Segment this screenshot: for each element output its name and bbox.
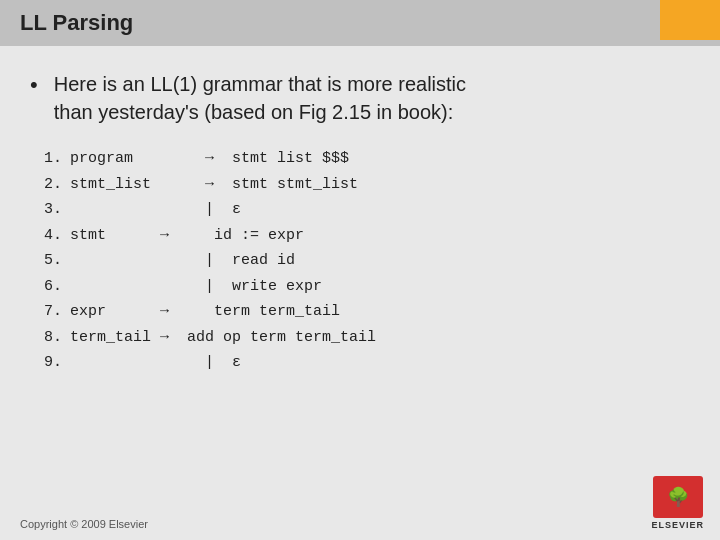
line-num-6: 6.: [40, 274, 62, 300]
line-content-7: expr → term term_tail: [70, 299, 340, 325]
line-content-2: stmt_list → stmt stmt_list: [70, 172, 358, 198]
line-num-3: 3.: [40, 197, 62, 223]
elsevier-box: 🌳: [653, 476, 703, 518]
grammar-row-6: 6. | write expr: [40, 274, 690, 300]
grammar-row-9: 9. | ε: [40, 350, 690, 376]
bullet-section: • Here is an LL(1) grammar that is more …: [30, 70, 690, 126]
line-content-8: term_tail → add op term term_tail: [70, 325, 376, 351]
grammar-row-5: 5. | read id: [40, 248, 690, 274]
line-num-7: 7.: [40, 299, 62, 325]
bullet-line1: Here is an LL(1) grammar that is more re…: [54, 73, 466, 95]
elsevier-label: ELSEVIER: [651, 520, 704, 530]
footer: Copyright © 2009 Elsevier: [20, 518, 148, 530]
bullet-text: Here is an LL(1) grammar that is more re…: [54, 70, 466, 126]
line-content-9: | ε: [70, 350, 241, 376]
line-content-5: | read id: [70, 248, 295, 274]
line-content-6: | write expr: [70, 274, 322, 300]
line-num-5: 5.: [40, 248, 62, 274]
line-content-1: program → stmt list $$$: [70, 146, 349, 172]
page-title: LL Parsing: [20, 10, 133, 36]
elsevier-tree-icon: 🌳: [667, 488, 689, 506]
line-num-2: 2.: [40, 172, 62, 198]
line-num-4: 4.: [40, 223, 62, 249]
line-num-1: 1.: [40, 146, 62, 172]
grammar-row-3: 3. | ε: [40, 197, 690, 223]
main-content: • Here is an LL(1) grammar that is more …: [0, 46, 720, 386]
grammar-row-8: 8. term_tail → add op term term_tail: [40, 325, 690, 351]
line-num-9: 9.: [40, 350, 62, 376]
grammar-section: 1. program → stmt list $$$ 2. stmt_list …: [40, 146, 690, 376]
grammar-row-2: 2. stmt_list → stmt stmt_list: [40, 172, 690, 198]
bullet-line2: than yesterday's (based on Fig 2.15 in b…: [54, 101, 454, 123]
line-num-8: 8.: [40, 325, 62, 351]
grammar-row-7: 7. expr → term term_tail: [40, 299, 690, 325]
line-content-3: | ε: [70, 197, 241, 223]
line-content-4: stmt → id := expr: [70, 223, 304, 249]
grammar-row-4: 4. stmt → id := expr: [40, 223, 690, 249]
elsevier-logo: 🌳 ELSEVIER: [651, 476, 704, 530]
title-bar: LL Parsing: [0, 0, 720, 46]
grammar-row-1: 1. program → stmt list $$$: [40, 146, 690, 172]
orange-corner-decoration: [660, 0, 720, 40]
copyright-text: Copyright © 2009 Elsevier: [20, 518, 148, 530]
bullet-symbol: •: [30, 72, 38, 98]
